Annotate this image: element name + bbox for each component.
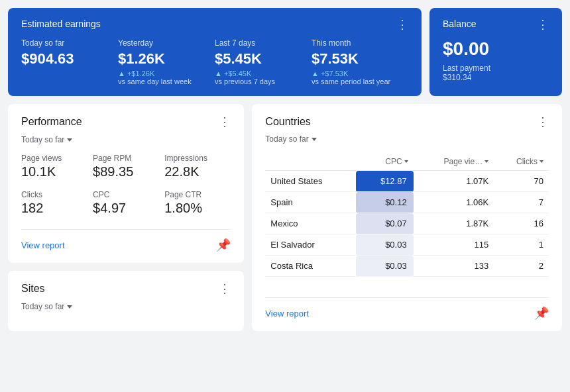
earnings-yesterday-value: $1.26K (118, 50, 201, 68)
pageviews-sort[interactable]: Page vie… (444, 157, 489, 166)
cpc-cell: $0.12 (356, 192, 414, 213)
table-row: Costa Rica$0.031332 (265, 256, 549, 277)
countries-col-cpc[interactable]: CPC (356, 153, 414, 171)
metric-cpc-value: $4.97 (93, 201, 159, 216)
countries-table-header-row: CPC Page vie… Clicks (265, 153, 549, 171)
countries-menu-icon[interactable]: ⋮ (537, 115, 549, 129)
performance-view-report-row: View report 📌 (21, 229, 231, 252)
cpc-cell: $0.03 (356, 234, 414, 256)
earnings-7days-label: Last 7 days (215, 38, 298, 48)
balance-card: Balance ⋮ $0.00 Last payment $310.34 (429, 8, 562, 96)
earnings-month-change: ▲ +$7.53K vs same period last year (312, 70, 395, 85)
metric-cpc-label: CPC (93, 190, 159, 199)
pageviews-col-label: Page vie… (444, 157, 483, 166)
metric-page-views-value: 10.1K (21, 164, 87, 179)
metric-cpc: CPC $4.97 (93, 190, 159, 216)
performance-period-label: Today so far (21, 135, 64, 144)
performance-title: Performance (21, 116, 82, 128)
table-row: Spain$0.121.06K7 (265, 192, 549, 213)
earnings-today-value: $904.63 (21, 50, 105, 68)
earnings-title: Estimated earnings (21, 19, 101, 29)
sites-header: Sites ⋮ (21, 281, 231, 296)
page-views-cell: 133 (414, 256, 494, 277)
countries-period-selector[interactable]: Today so far (265, 134, 549, 144)
country-name-cell: Costa Rica (265, 256, 356, 277)
countries-col-pageviews[interactable]: Page vie… (414, 153, 494, 171)
balance-card-header: Balance ⋮ (443, 19, 549, 30)
metric-clicks: Clicks 182 (21, 190, 87, 216)
balance-sub-value: $310.34 (443, 73, 471, 82)
countries-title: Countries (265, 116, 310, 128)
balance-menu-icon[interactable]: ⋮ (537, 19, 549, 30)
clicks-sort[interactable]: Clicks (516, 157, 543, 166)
earnings-card: Estimated earnings ⋮ Today so far $904.6… (8, 8, 422, 96)
earnings-grid: Today so far $904.63 Yesterday $1.26K ▲ … (21, 38, 408, 85)
earnings-7days-value: $5.45K (215, 50, 298, 68)
cpc-cell: $0.07 (356, 213, 414, 234)
clicks-sort-arrow (540, 160, 543, 163)
earnings-month-change-value: ▲ +$7.53K (312, 70, 348, 77)
cpc-col-label: CPC (385, 157, 402, 166)
page-views-cell: 1.06K (414, 192, 494, 213)
sites-period-label: Today so far (21, 302, 64, 311)
metric-page-ctr-label: Page CTR (164, 190, 231, 199)
balance-value: $0.00 (443, 38, 549, 60)
earnings-7days-sub: vs previous 7 days (215, 77, 275, 85)
clicks-cell: 70 (494, 171, 549, 192)
countries-period-arrow (312, 138, 317, 141)
performance-view-report-link[interactable]: View report (21, 240, 65, 250)
earnings-card-header: Estimated earnings ⋮ (21, 19, 408, 30)
pageviews-sort-arrow (484, 160, 488, 163)
countries-header: Countries ⋮ (265, 115, 549, 129)
balance-title: Balance (443, 19, 477, 29)
cpc-cell: $0.03 (356, 256, 414, 277)
earnings-yesterday-label: Yesterday (118, 38, 201, 48)
country-name-cell: Mexico (265, 213, 356, 234)
metric-page-ctr-value: 1.80% (164, 201, 231, 216)
metric-impressions: Impressions 22.8K (164, 154, 231, 179)
performance-period-selector[interactable]: Today so far (21, 135, 72, 144)
earnings-menu-icon[interactable]: ⋮ (396, 19, 408, 30)
metric-clicks-value: 182 (21, 201, 87, 216)
performance-metrics-grid: Page views 10.1K Page RPM $89.35 Impress… (21, 154, 231, 216)
countries-card: Countries ⋮ Today so far CPC (252, 104, 562, 331)
earnings-month-sub: vs same period last year (312, 77, 390, 85)
earnings-7days-change-value: ▲ +$5.45K (215, 70, 251, 77)
earnings-today-label: Today so far (21, 38, 105, 48)
sites-title: Sites (21, 283, 45, 295)
countries-table: CPC Page vie… Clicks (265, 153, 549, 277)
page-views-cell: 1.07K (414, 171, 494, 192)
sites-period-selector[interactable]: Today so far (21, 302, 72, 311)
earnings-yesterday-change: ▲ +$1.26K vs same day last week (118, 70, 201, 85)
countries-col-clicks[interactable]: Clicks (494, 153, 549, 171)
earnings-month-value: $7.53K (312, 50, 395, 68)
clicks-col-label: Clicks (516, 157, 538, 166)
performance-card: Performance ⋮ Today so far Page views 10… (8, 104, 244, 263)
countries-table-body: United States$12.871.07K70Spain$0.121.06… (265, 171, 549, 277)
clicks-cell: 2 (494, 256, 549, 277)
country-name-cell: United States (265, 171, 356, 192)
performance-pin-icon: 📌 (216, 238, 231, 252)
metric-page-views: Page views 10.1K (21, 154, 87, 179)
metric-page-ctr: Page CTR 1.80% (164, 190, 231, 216)
countries-period-label: Today so far (265, 134, 308, 144)
table-row: Mexico$0.071.87K16 (265, 213, 549, 234)
metric-impressions-value: 22.8K (164, 164, 231, 179)
page-views-cell: 115 (414, 234, 494, 256)
clicks-cell: 7 (494, 192, 549, 213)
performance-menu-icon[interactable]: ⋮ (219, 115, 231, 129)
balance-sub-label: Last payment (443, 64, 490, 73)
bottom-left: Performance ⋮ Today so far Page views 10… (8, 104, 244, 331)
countries-view-report-row: View report 📌 (265, 297, 549, 320)
performance-period-arrow (67, 138, 72, 142)
country-name-cell: El Salvador (265, 234, 356, 256)
countries-view-report-link[interactable]: View report (265, 309, 309, 318)
sites-card: Sites ⋮ Today so far (8, 271, 244, 331)
cpc-sort[interactable]: CPC (385, 157, 408, 166)
page-views-cell: 1.87K (414, 213, 494, 234)
bottom-row: Performance ⋮ Today so far Page views 10… (8, 104, 562, 331)
clicks-cell: 16 (494, 213, 549, 234)
metric-page-rpm: Page RPM $89.35 (93, 154, 159, 179)
sites-menu-icon[interactable]: ⋮ (219, 281, 231, 296)
top-row: Estimated earnings ⋮ Today so far $904.6… (8, 8, 562, 96)
